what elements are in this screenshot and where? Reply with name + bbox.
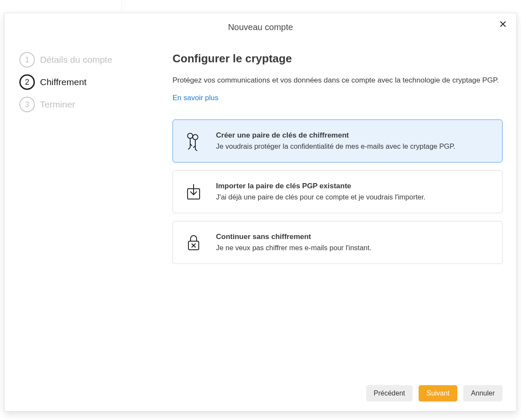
option-title: Importer la paire de clés PGP existante	[216, 182, 425, 190]
sidebar-step-finish[interactable]: 3 Terminer	[19, 97, 155, 112]
option-subtitle: Je ne veux pas chiffrer mes e-mails pour…	[216, 244, 371, 252]
dialog-title: Nouveau compte	[228, 22, 293, 32]
encryption-options: Créer une paire de clés de chiffrement J…	[173, 120, 503, 264]
sidebar-step-label: Terminer	[40, 99, 75, 110]
sidebar-step-account-details[interactable]: 1 Détails du compte	[19, 52, 155, 67]
main-panel: Configurer le cryptage Protégez vos comm…	[173, 52, 503, 372]
sidebar-step-label: Chiffrement	[40, 77, 86, 87]
learn-more-link[interactable]: En savoir plus	[173, 94, 219, 102]
step-number-badge: 1	[19, 52, 35, 67]
wizard-sidebar: 1 Détails du compte 2 Chiffrement 3 Term…	[5, 52, 155, 119]
option-skip-encryption[interactable]: Continuer sans chiffrement Je ne veux pa…	[173, 221, 503, 264]
option-subtitle: Je voudrais protéger la confidentialité …	[216, 142, 455, 150]
step-number-badge: 3	[19, 97, 35, 112]
close-button[interactable]	[497, 18, 509, 30]
previous-button[interactable]: Précédent	[366, 385, 413, 402]
svg-point-2	[188, 133, 193, 138]
option-title: Créer une paire de clés de chiffrement	[216, 131, 455, 140]
page-heading: Configurer le cryptage	[173, 52, 503, 65]
option-subtitle: J'ai déjà une paire de clés pour ce comp…	[216, 193, 425, 201]
svg-point-3	[193, 135, 198, 140]
next-button[interactable]: Suivant	[419, 385, 457, 402]
new-account-dialog: Nouveau compte 1 Détails du compte 2 Chi…	[4, 13, 517, 411]
wizard-footer: Précédent Suivant Annuler	[366, 385, 503, 402]
sidebar-step-label: Détails du compte	[40, 55, 112, 65]
option-title: Continuer sans chiffrement	[216, 233, 371, 241]
step-number-badge: 2	[19, 74, 35, 90]
close-icon	[499, 20, 507, 28]
lock-cancel-icon	[183, 233, 204, 252]
import-icon	[183, 182, 204, 202]
option-import-keypair[interactable]: Importer la paire de clés PGP existante …	[173, 170, 503, 213]
keys-icon	[183, 131, 204, 151]
sidebar-step-encryption[interactable]: 2 Chiffrement	[19, 74, 155, 90]
cancel-button[interactable]: Annuler	[463, 385, 503, 402]
option-create-keypair[interactable]: Créer une paire de clés de chiffrement J…	[173, 120, 503, 162]
page-description: Protégez vos communications et vos donné…	[173, 75, 503, 86]
dialog-title-row: Nouveau compte	[5, 18, 516, 36]
